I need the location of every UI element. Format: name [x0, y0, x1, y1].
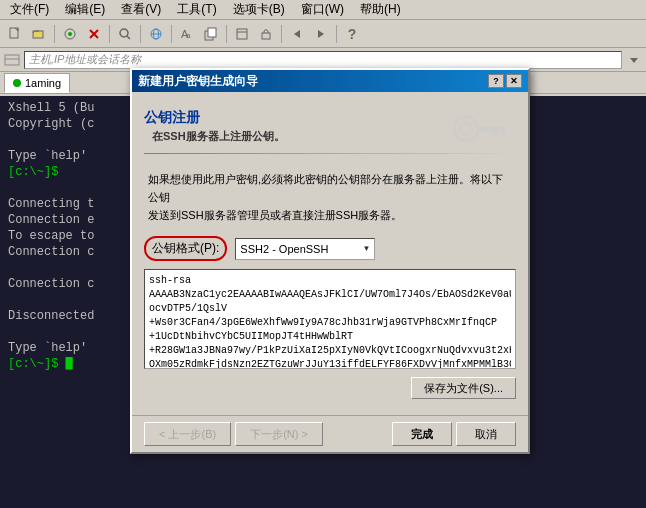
footer-nav-buttons: < 上一步(B) 下一步(N) >: [144, 422, 323, 446]
key-icon-container: [446, 104, 516, 149]
dialog-titlebar-buttons: ? ✕: [488, 74, 522, 88]
key-line-6: +R28GW1a3JBNa97wy/P1kPzUiXaI25pXIyN0VkQV…: [149, 344, 511, 358]
section-title-label: 公钥注册: [144, 109, 200, 125]
key-line-3: ocvDTP5/1QslV: [149, 302, 511, 316]
save-row: 保存为文件(S)...: [144, 377, 516, 399]
dialog-title: 新建用户密钥生成向导: [138, 73, 258, 90]
key-decorative-icon: [446, 104, 516, 149]
select-arrow-icon: ▼: [362, 244, 370, 253]
dialog-overlay: 新建用户密钥生成向导 ? ✕ 公钥注册 在SSH服务器上注册公钥。: [0, 0, 646, 508]
section-title-text: 公钥注册 在SSH服务器上注册公钥。: [144, 109, 285, 144]
format-row: 公钥格式(P): SSH2 - OpenSSH ▼: [144, 236, 516, 261]
key-line-2: AAAAB3NzaC1yc2EAAAABIwAAAQEAsJFKlCI/UW7O…: [149, 288, 511, 302]
format-selected-text: SSH2 - OpenSSH: [240, 243, 328, 255]
dialog-help-button[interactable]: ?: [488, 74, 504, 88]
dialog-content: 公钥注册 在SSH服务器上注册公钥。: [132, 92, 528, 415]
format-label: 公钥格式(P):: [144, 236, 227, 261]
prev-button[interactable]: < 上一步(B): [144, 422, 231, 446]
next-button[interactable]: 下一步(N) >: [235, 422, 323, 446]
dialog-titlebar: 新建用户密钥生成向导 ? ✕: [132, 70, 528, 92]
key-line-1: ssh-rsa: [149, 274, 511, 288]
format-select[interactable]: SSH2 - OpenSSH ▼: [235, 238, 375, 260]
svg-point-25: [454, 117, 478, 141]
dialog-newkey: 新建用户密钥生成向导 ? ✕ 公钥注册 在SSH服务器上注册公钥。: [130, 68, 530, 454]
save-file-button[interactable]: 保存为文件(S)...: [411, 377, 516, 399]
desc-text: 如果想使用此用户密钥,必须将此密钥的公钥部分在服务器上注册。将以下公钥 发送到S…: [144, 170, 516, 224]
footer-action-buttons: 完成 取消: [392, 422, 516, 446]
svg-point-26: [460, 123, 472, 135]
dialog-footer: < 上一步(B) 下一步(N) > 完成 取消: [132, 415, 528, 452]
section-header: 公钥注册 在SSH服务器上注册公钥。: [144, 100, 516, 170]
main-window: 文件(F) 编辑(E) 查看(V) 工具(T) 选项卡(B) 窗口(W) 帮助(…: [0, 0, 646, 508]
section-desc-text: 在SSH服务器上注册公钥。: [144, 130, 285, 142]
svg-rect-29: [501, 126, 505, 134]
section-divider: [144, 153, 516, 154]
cancel-button[interactable]: 取消: [456, 422, 516, 446]
key-line-7: OXm05zRdmkFjdsNzn2EZTGzuWrJJuY13iffdELFY…: [149, 358, 511, 369]
key-line-5: +1UcDtNbihvCYbC5UIIMopJT4tHHwWblRT: [149, 330, 511, 344]
key-line-4: +Ws0r3CFan4/3pGE6WeXhfWw9Iy9A78cJhb31rWj…: [149, 316, 511, 330]
dialog-close-button[interactable]: ✕: [506, 74, 522, 88]
svg-rect-28: [494, 126, 498, 136]
finish-button[interactable]: 完成: [392, 422, 452, 446]
key-content-area[interactable]: ssh-rsa AAAAB3NzaC1yc2EAAAABIwAAAQEAsJFK…: [144, 269, 516, 369]
desc-content: 如果想使用此用户密钥,必须将此密钥的公钥部分在服务器上注册。将以下公钥 发送到S…: [148, 173, 503, 221]
section-title-row: 公钥注册 在SSH服务器上注册公钥。: [144, 104, 516, 149]
